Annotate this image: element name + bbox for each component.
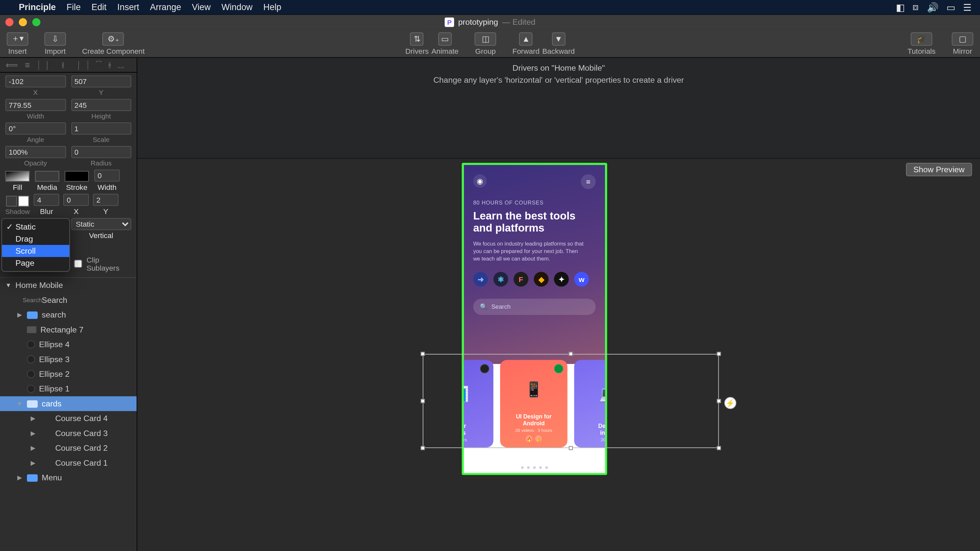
document-title[interactable]: P prototyping — Edited bbox=[445, 17, 535, 27]
resize-handle[interactable] bbox=[717, 352, 721, 356]
create-component-button[interactable]: ⚙₊ Create Component bbox=[82, 32, 145, 55]
height-field[interactable] bbox=[71, 99, 131, 111]
menu-arrange[interactable]: Arrange bbox=[150, 2, 181, 12]
align-right-edge-icon[interactable]: ⎹ bbox=[71, 60, 79, 70]
menu-view[interactable]: View bbox=[192, 2, 211, 12]
menu-window[interactable]: Window bbox=[221, 2, 253, 12]
insert-button[interactable]: ＋▾ Insert bbox=[7, 32, 29, 55]
volume-icon[interactable]: 🔊 bbox=[927, 2, 938, 13]
backward-button[interactable]: ▼ Backward bbox=[542, 32, 575, 55]
resize-handle[interactable] bbox=[421, 446, 425, 450]
menu-insert[interactable]: Insert bbox=[117, 2, 139, 12]
layer-course-card-3[interactable]: ▶Course Card 3 bbox=[0, 426, 137, 441]
align-vcenter-icon[interactable]: ⫳ bbox=[108, 60, 111, 70]
clip-sublayers-checkbox[interactable]: Clip Sublayers bbox=[71, 256, 131, 272]
horizontal-scroll-menu[interactable]: Static Drag Scroll Page bbox=[1, 218, 70, 272]
menu-file[interactable]: File bbox=[67, 2, 81, 12]
app-toolbar: ＋▾ Insert ⇩ Import ⚙₊ Create Component ⇅… bbox=[0, 30, 980, 58]
shadow-toggle[interactable] bbox=[6, 196, 17, 206]
dropbox-icon[interactable]: ⧈ bbox=[913, 1, 919, 13]
resize-handle[interactable] bbox=[569, 446, 573, 450]
shadow-x-field[interactable] bbox=[63, 194, 89, 206]
layer-rectangle-7[interactable]: Rectangle 7 bbox=[0, 322, 137, 337]
canvas[interactable]: Show Preview ◉ ≡ 80 HOURS OF COURSES Lea… bbox=[137, 159, 980, 551]
hmenu-scroll[interactable]: Scroll bbox=[2, 245, 69, 257]
media-swatch[interactable] bbox=[35, 171, 59, 182]
layer-ellipse-4[interactable]: Ellipse 4 bbox=[0, 337, 137, 352]
scale-field[interactable] bbox=[71, 122, 131, 135]
macos-menubar: Principle File Edit Insert Arrange View … bbox=[0, 0, 980, 15]
align-left-icon[interactable]: ⟸ bbox=[6, 60, 18, 70]
control-center-icon[interactable]: ☰ bbox=[963, 2, 972, 13]
resize-handle[interactable] bbox=[717, 399, 721, 403]
align-center-h-icon[interactable]: ≡ bbox=[25, 60, 30, 70]
hamburger-icon: ≡ bbox=[581, 174, 595, 189]
animate-button[interactable]: ▭ Animate bbox=[431, 32, 458, 55]
fill-swatch[interactable] bbox=[6, 171, 30, 182]
layer-cards[interactable]: ▼cards bbox=[0, 396, 137, 411]
properties-inspector: X Y Width Height Angle Scale Opacity Rad… bbox=[0, 73, 137, 277]
angle-field[interactable] bbox=[6, 122, 66, 135]
layers-panel: ▼Home Mobile SearchSearch▶searchRectangl… bbox=[0, 277, 137, 551]
layer-ellipse-2[interactable]: Ellipse 2 bbox=[0, 367, 137, 381]
align-left-edge-icon[interactable]: ⎸ bbox=[47, 60, 55, 70]
width-field[interactable] bbox=[6, 99, 66, 111]
show-preview-button[interactable]: Show Preview bbox=[906, 163, 972, 176]
forward-button[interactable]: ▲ Forward bbox=[512, 32, 539, 55]
layer-menu[interactable]: ▶Menu bbox=[0, 470, 137, 485]
battery-icon[interactable]: ▭ bbox=[947, 2, 955, 13]
stroke-width-field[interactable] bbox=[94, 170, 120, 182]
align-hcenter-icon[interactable]: ⫲ bbox=[62, 60, 64, 70]
vertical-select[interactable]: Static bbox=[71, 218, 131, 230]
window-zoom-button[interactable] bbox=[32, 18, 40, 26]
hmenu-drag[interactable]: Drag bbox=[2, 233, 69, 245]
shadow-color[interactable] bbox=[18, 196, 29, 206]
menu-edit[interactable]: Edit bbox=[92, 2, 107, 12]
layer-search[interactable]: ▶search bbox=[0, 307, 137, 322]
resize-handle[interactable] bbox=[717, 446, 721, 450]
mirror-button[interactable]: ▢ Mirror bbox=[951, 32, 973, 55]
alignment-toolbar: ⟸ ≡ ⎸ ⫲ ⎹ ⎴ ⫳ ⎵ bbox=[0, 58, 137, 73]
app-name[interactable]: Principle bbox=[19, 2, 56, 12]
opacity-field[interactable] bbox=[6, 146, 66, 158]
align-top-icon[interactable]: ⎴ bbox=[96, 60, 102, 70]
y-field[interactable] bbox=[71, 75, 131, 87]
blur-field[interactable] bbox=[34, 194, 60, 206]
tool-icon: ➜ bbox=[473, 272, 488, 287]
tutorials-button[interactable]: 🎓 Tutorials bbox=[907, 32, 935, 55]
resize-handle[interactable] bbox=[421, 399, 425, 403]
layer-ellipse-1[interactable]: Ellipse 1 bbox=[0, 381, 137, 396]
search-icon: 🔍 bbox=[480, 303, 487, 310]
drivers-icon: ⇅ bbox=[410, 32, 423, 45]
import-icon: ⇩ bbox=[44, 32, 66, 45]
resize-handle[interactable] bbox=[421, 352, 425, 356]
tool-icon: w bbox=[574, 272, 589, 287]
hmenu-page[interactable]: Page bbox=[2, 257, 69, 269]
window-close-button[interactable] bbox=[6, 18, 14, 26]
layer-search[interactable]: SearchSearch bbox=[0, 293, 137, 307]
group-button[interactable]: ◫ Group bbox=[475, 32, 496, 55]
selection-box[interactable] bbox=[423, 354, 719, 448]
layer-course-card-4[interactable]: ▶Course Card 4 bbox=[0, 411, 137, 426]
window-titlebar: P prototyping — Edited bbox=[0, 15, 980, 29]
event-handle-icon[interactable]: ⚡ bbox=[724, 397, 736, 409]
import-button[interactable]: ⇩ Import bbox=[44, 32, 66, 55]
drivers-hint: Change any layer's 'horizontal' or 'vert… bbox=[433, 75, 684, 85]
menu-help[interactable]: Help bbox=[263, 2, 281, 12]
drivers-button[interactable]: ⇅ Drivers bbox=[405, 32, 429, 55]
menubar-status: ◧ ⧈ 🔊 ▭ ☰ bbox=[896, 1, 972, 13]
radius-field[interactable] bbox=[71, 146, 131, 158]
x-field[interactable] bbox=[6, 75, 66, 87]
align-bottom-icon[interactable]: ⎵ bbox=[118, 60, 124, 70]
eyebrow-text: 80 HOURS OF COURSES bbox=[473, 200, 595, 206]
window-minimize-button[interactable] bbox=[19, 18, 27, 26]
hmenu-static[interactable]: Static bbox=[2, 221, 69, 233]
resize-handle[interactable] bbox=[569, 352, 573, 356]
layer-course-card-2[interactable]: ▶Course Card 2 bbox=[0, 441, 137, 455]
sidebar-status-icon[interactable]: ◧ bbox=[896, 2, 905, 13]
shadow-y-field[interactable] bbox=[93, 194, 119, 206]
layer-course-card-1[interactable]: ▶Course Card 1 bbox=[0, 456, 137, 470]
artboard-header[interactable]: ▼Home Mobile bbox=[0, 277, 137, 293]
stroke-swatch[interactable] bbox=[65, 171, 89, 182]
layer-ellipse-3[interactable]: Ellipse 3 bbox=[0, 352, 137, 367]
